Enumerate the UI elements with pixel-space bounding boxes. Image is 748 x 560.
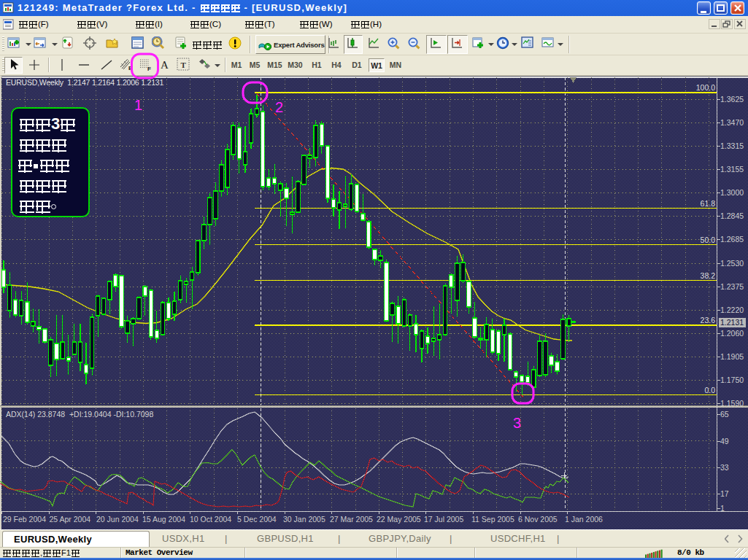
svg-text:1: 1 xyxy=(134,97,142,113)
svg-text:2: 2 xyxy=(275,99,283,115)
svg-text:3: 3 xyxy=(513,415,521,431)
